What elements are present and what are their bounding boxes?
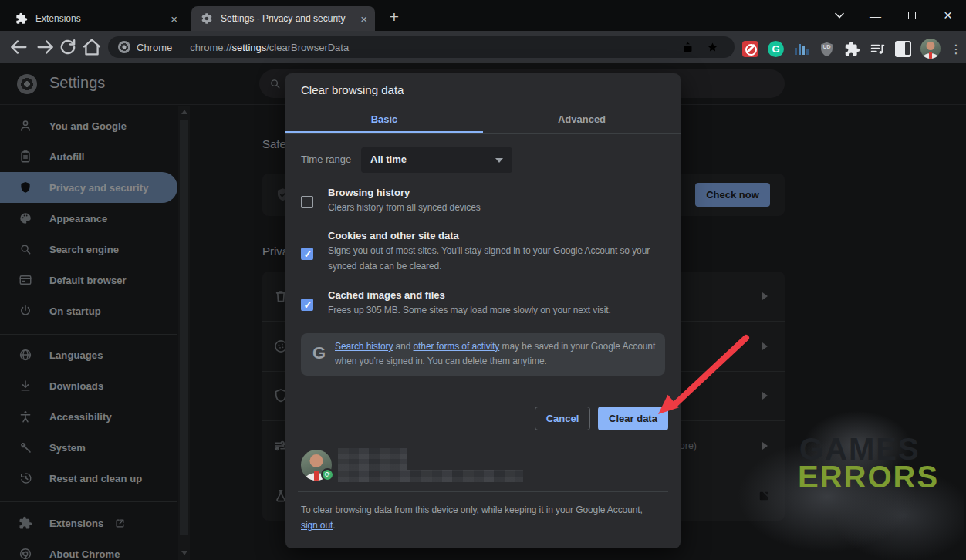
side-panel-icon[interactable] bbox=[895, 41, 911, 57]
maximize-button[interactable] bbox=[893, 0, 930, 31]
clear-data-button[interactable]: Clear data bbox=[598, 407, 668, 430]
clear-browsing-data-dialog: Clear browsing data Basic Advanced Time … bbox=[285, 73, 681, 548]
games-errors-watermark: GAMES ERRORS bbox=[710, 401, 964, 560]
google-g-icon: G bbox=[312, 343, 326, 363]
grammarly-extension-icon[interactable]: G bbox=[768, 41, 784, 57]
tab-search-chevron-icon[interactable] bbox=[821, 0, 857, 31]
extensions-menu-icon[interactable] bbox=[844, 41, 860, 57]
profile-avatar[interactable] bbox=[920, 39, 941, 59]
tab-advanced[interactable]: Advanced bbox=[483, 106, 681, 133]
address-bar[interactable]: Chrome chrome://settings/clearBrowserDat… bbox=[108, 36, 735, 58]
avatar-face bbox=[927, 42, 935, 50]
checkbox-description: Signs you out of most sites. You'll stay… bbox=[328, 243, 674, 274]
time-range-select[interactable]: All time bbox=[361, 147, 512, 173]
time-range-label: Time range bbox=[301, 153, 351, 165]
forward-icon[interactable] bbox=[35, 36, 56, 58]
redacted-account-email bbox=[338, 470, 523, 482]
share-icon[interactable] bbox=[681, 41, 694, 54]
extensions-row: G UD ⋮ bbox=[742, 39, 958, 59]
tab-strip: Extensions × Settings - Privacy and secu… bbox=[0, 0, 966, 31]
back-icon[interactable] bbox=[8, 36, 29, 58]
avatar-face bbox=[310, 454, 323, 467]
other-activity-link[interactable]: other forms of activity bbox=[414, 341, 500, 352]
tab-label: Settings - Privacy and security bbox=[221, 13, 345, 24]
checkbox-row-cookies: Cookies and other site data Signs you ou… bbox=[301, 228, 674, 274]
checkbox-description: Clears history from all synced devices bbox=[328, 200, 674, 215]
adblock-extension-icon[interactable] bbox=[742, 41, 758, 57]
ud-shield-extension-icon[interactable]: UD bbox=[819, 41, 835, 57]
google-note-text: Search history and other forms of activi… bbox=[335, 339, 660, 369]
dialog-footer-text: To clear browsing data from this device … bbox=[301, 502, 654, 533]
cancel-button[interactable]: Cancel bbox=[535, 407, 590, 430]
site-label: Chrome bbox=[137, 42, 172, 53]
cookies-checkbox[interactable] bbox=[301, 248, 313, 260]
dialog-actions: Cancel Clear data bbox=[535, 407, 668, 430]
checkbox-description: Frees up 305 MB. Some sites may load mor… bbox=[328, 302, 674, 318]
close-window-button[interactable]: × bbox=[930, 0, 966, 31]
window-controls: — × bbox=[821, 0, 966, 31]
browser-toolbar: Chrome chrome://settings/clearBrowserDat… bbox=[0, 31, 966, 63]
music-queue-icon[interactable] bbox=[870, 41, 886, 57]
dialog-divider bbox=[298, 491, 668, 492]
puzzle-icon bbox=[15, 12, 28, 25]
home-icon[interactable] bbox=[81, 36, 103, 58]
reload-icon[interactable] bbox=[57, 36, 79, 58]
checkbox-row-cached-images: Cached images and files Frees up 305 MB.… bbox=[301, 288, 674, 318]
checkbox-label: Cached images and files bbox=[328, 288, 674, 302]
close-icon[interactable]: × bbox=[171, 12, 177, 25]
menu-kebab-icon[interactable]: ⋮ bbox=[950, 41, 958, 57]
url-host: settings bbox=[231, 42, 266, 53]
dialog-tabs: Basic Advanced bbox=[285, 106, 681, 134]
close-icon[interactable]: × bbox=[360, 12, 367, 25]
checkbox-label: Cookies and other site data bbox=[328, 228, 674, 243]
avatar-tie bbox=[314, 471, 319, 481]
watermark-line2: ERRORS bbox=[798, 460, 939, 494]
browsing-history-checkbox[interactable] bbox=[301, 196, 313, 208]
price-tracker-extension-icon[interactable] bbox=[793, 41, 809, 57]
new-tab-button[interactable]: + bbox=[383, 7, 405, 29]
search-history-link[interactable]: Search history bbox=[335, 341, 393, 352]
maximize-icon bbox=[908, 12, 916, 19]
checkbox-label: Browsing history bbox=[328, 185, 674, 200]
google-account-note: G Search history and other forms of acti… bbox=[301, 333, 665, 376]
chrome-logo-icon bbox=[118, 41, 130, 53]
url-scheme: chrome:// bbox=[190, 42, 231, 53]
avatar-tie bbox=[929, 52, 932, 59]
gear-icon bbox=[201, 12, 213, 25]
minimize-button[interactable]: — bbox=[857, 0, 893, 31]
sign-out-link[interactable]: sign out bbox=[301, 520, 333, 531]
tab-basic[interactable]: Basic bbox=[285, 106, 483, 133]
url-path: /clearBrowserData bbox=[266, 42, 349, 53]
dialog-title: Clear browsing data bbox=[301, 83, 404, 96]
cached-images-checkbox[interactable] bbox=[301, 299, 313, 311]
url-separator bbox=[181, 41, 181, 53]
tab-extensions[interactable]: Extensions × bbox=[6, 6, 185, 31]
redacted-account-name bbox=[338, 448, 407, 470]
checkbox-row-browsing-history: Browsing history Clears history from all… bbox=[301, 185, 674, 215]
tab-settings[interactable]: Settings - Privacy and security × bbox=[191, 6, 375, 31]
sync-badge-icon: ⟳ bbox=[321, 468, 334, 481]
bookmark-star-icon[interactable] bbox=[706, 41, 719, 54]
tab-label: Extensions bbox=[35, 13, 81, 24]
time-range-value: All time bbox=[370, 153, 407, 165]
browser-window: Extensions × Settings - Privacy and secu… bbox=[0, 0, 966, 560]
caret-down-icon bbox=[495, 158, 503, 163]
